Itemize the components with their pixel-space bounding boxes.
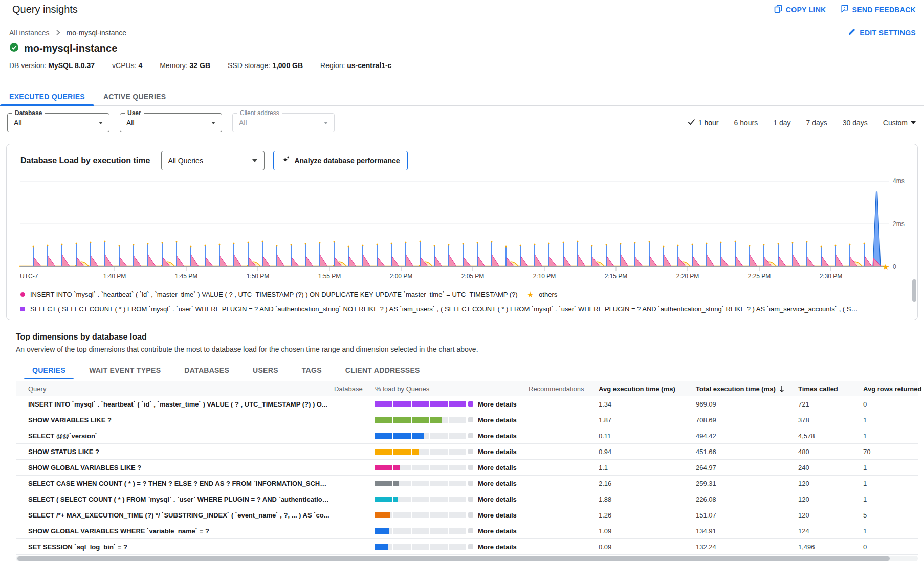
more-details-cell: More details — [468, 464, 524, 471]
avg-execution-time-cell: 0.94 — [593, 448, 691, 456]
svg-text:1:40 PM: 1:40 PM — [103, 273, 126, 280]
load-bar — [375, 528, 467, 534]
legend-entry[interactable]: SELECT ( SELECT COUNT ( * ) FROM `mysql`… — [20, 305, 859, 313]
column-header-avg-rows-returned[interactable]: Avg rows returned — [858, 385, 918, 393]
load-cell — [371, 433, 468, 439]
svg-text:4ms: 4ms — [893, 177, 905, 185]
breadcrumb-all-instances[interactable]: All instances — [9, 29, 50, 37]
copy-link-button[interactable]: COPY LINK — [774, 5, 826, 15]
dimension-tab-wait-event-types[interactable]: WAIT EVENT TYPES — [81, 363, 169, 378]
times-called-cell: 378 — [793, 416, 858, 424]
chart-title: Database Load by execution time — [20, 156, 150, 165]
more-details-link[interactable]: More details — [478, 464, 517, 471]
table-horizontal-scrollbar-thumb[interactable] — [17, 556, 890, 561]
dimension-tab-databases[interactable]: DATABASES — [176, 363, 237, 378]
more-details-link[interactable]: More details — [478, 400, 517, 408]
more-details-link[interactable]: More details — [478, 543, 517, 551]
dimension-tab-tags[interactable]: TAGS — [294, 363, 330, 378]
time-range-custom[interactable]: Custom — [883, 119, 916, 127]
table-row[interactable]: SELECT /*+ MAX_EXECUTION_TIME (?) */ `SU… — [16, 507, 918, 523]
more-details-link[interactable]: More details — [478, 496, 517, 503]
more-details-link[interactable]: More details — [478, 448, 517, 456]
tab-active-queries[interactable]: ACTIVE QUERIES — [94, 88, 175, 105]
svg-text:1:50 PM: 1:50 PM — [247, 273, 270, 280]
times-called-cell: 120 — [793, 480, 858, 487]
table-horizontal-scrollbar-track[interactable] — [16, 556, 918, 561]
column-header--load-by-queries[interactable]: % load by Queries — [371, 385, 468, 393]
table-row[interactable]: SHOW GLOBAL VARIABLES WHERE `variable_na… — [16, 523, 918, 539]
table-row[interactable]: SELECT ( SELECT COUNT ( * ) FROM `mysql`… — [16, 491, 918, 507]
dimension-tab-queries[interactable]: QUERIES — [24, 363, 74, 378]
more-details-link[interactable]: More details — [478, 416, 517, 424]
table-row[interactable]: SHOW STATUS LIKE ?More details0.94451.66… — [16, 444, 918, 460]
table-row[interactable]: SHOW VARIABLES LIKE ?More details1.87708… — [16, 412, 918, 428]
database-filter-select[interactable]: Database All — [7, 113, 109, 132]
user-filter-select[interactable]: User All — [120, 113, 222, 132]
column-header-label: Avg rows returned — [863, 385, 921, 393]
more-details-link[interactable]: More details — [478, 511, 517, 519]
more-details-link[interactable]: More details — [478, 432, 517, 440]
time-range-7-days[interactable]: 7 days — [806, 119, 827, 127]
dimension-tab-users[interactable]: USERS — [245, 363, 287, 378]
more-details-link[interactable]: More details — [478, 480, 517, 487]
more-details-cell: More details — [468, 400, 524, 408]
legend-entry[interactable]: INSERT INTO `mysql` . `heartbeat` ( `id`… — [20, 290, 518, 298]
load-cell — [371, 544, 468, 550]
square-marker-icon — [20, 307, 25, 311]
table-row[interactable]: SELECT CASE WHEN COUNT ( * ) = ? THEN ? … — [16, 476, 918, 491]
table-row[interactable]: SET SESSION `sql_log_bin` = ?More detail… — [16, 539, 918, 555]
column-header-times-called[interactable]: Times called — [793, 385, 858, 393]
meta-value: us-central1-c — [347, 61, 391, 70]
instance-meta: DB version: MySQL 8.0.37vCPUs: 4Memory: … — [9, 61, 916, 70]
svg-text:2:30 PM: 2:30 PM — [820, 273, 843, 280]
time-range-1-hour[interactable]: 1 hour — [688, 119, 719, 127]
more-details-cell: More details — [468, 480, 524, 487]
dimension-tabs: QUERIESWAIT EVENT TYPESDATABASESUSERSTAG… — [24, 363, 918, 378]
avg-execution-time-cell: 1.26 — [593, 511, 691, 519]
query-cell: SHOW GLOBAL VARIABLES WHERE `variable_na… — [16, 527, 330, 535]
column-header-avg-execution-time-ms-[interactable]: Avg execution time (ms) — [593, 385, 691, 393]
total-execution-time-cell: 259.31 — [691, 480, 793, 487]
load-bar-segments — [375, 481, 467, 486]
time-range-1-day[interactable]: 1 day — [773, 119, 790, 127]
client-address-filter-value: All — [239, 119, 247, 127]
edit-settings-button[interactable]: EDIT SETTINGS — [848, 28, 916, 37]
load-bar-segments — [375, 401, 467, 407]
column-header-query[interactable]: Query — [16, 385, 330, 393]
database-load-chart[interactable]: ★1:40 PM1:45 PM1:50 PM1:55 PM2:00 PM2:05… — [16, 172, 917, 284]
breadcrumb-current: mo-mysql-instance — [67, 29, 126, 37]
times-called-cell: 721 — [793, 400, 858, 408]
total-execution-time-cell: 134.91 — [691, 527, 793, 535]
table-row[interactable]: SHOW GLOBAL VARIABLES LIKE ?More details… — [16, 460, 918, 476]
meta-label: SSD storage: — [228, 61, 272, 70]
column-header-total-execution-time-ms-[interactable]: Total execution time (ms) — [691, 385, 793, 393]
table-row[interactable]: INSERT INTO `mysql` . `heartbeat` ( `id`… — [16, 396, 918, 412]
column-header-recommendations: Recommendations — [524, 385, 593, 393]
time-range-30-days[interactable]: 30 days — [843, 119, 868, 127]
load-bar — [375, 465, 467, 470]
avg-execution-time-cell: 2.16 — [593, 480, 691, 487]
query-cell: SHOW STATUS LIKE ? — [16, 448, 330, 456]
chart-legend: INSERT INTO `mysql` . `heartbeat` ( `id`… — [20, 287, 917, 317]
query-filter-select[interactable]: All Queries — [161, 151, 265, 170]
legend-row: SELECT ( SELECT COUNT ( * ) FROM `mysql`… — [20, 302, 887, 317]
load-bar — [375, 401, 467, 407]
avg-rows-returned-cell: 1 — [858, 464, 918, 471]
legend-vertical-scrollbar[interactable] — [912, 279, 916, 302]
avg-execution-time-cell: 0.09 — [593, 543, 691, 551]
svg-text:2:15 PM: 2:15 PM — [605, 273, 628, 280]
time-range-6-hours[interactable]: 6 hours — [734, 119, 758, 127]
column-header-database[interactable]: Database — [330, 385, 371, 393]
table-row[interactable]: SELECT @@`version`More details0.11494.42… — [16, 428, 918, 444]
avg-rows-returned-cell: 0 — [858, 400, 918, 408]
analyze-database-performance-button[interactable]: Analyze database performance — [273, 151, 407, 170]
load-bar — [375, 433, 467, 439]
total-execution-time-cell: 226.08 — [691, 496, 793, 503]
load-bar-segments — [375, 433, 467, 439]
meta-value: MySQL 8.0.37 — [48, 61, 95, 70]
legend-entry[interactable]: ★others — [523, 290, 558, 298]
tab-executed-queries[interactable]: EXECUTED QUERIES — [0, 88, 94, 105]
dimension-tab-client-addresses[interactable]: CLIENT ADDRESSES — [337, 363, 428, 378]
more-details-link[interactable]: More details — [478, 527, 517, 535]
send-feedback-button[interactable]: SEND FEEDBACK — [841, 5, 916, 15]
